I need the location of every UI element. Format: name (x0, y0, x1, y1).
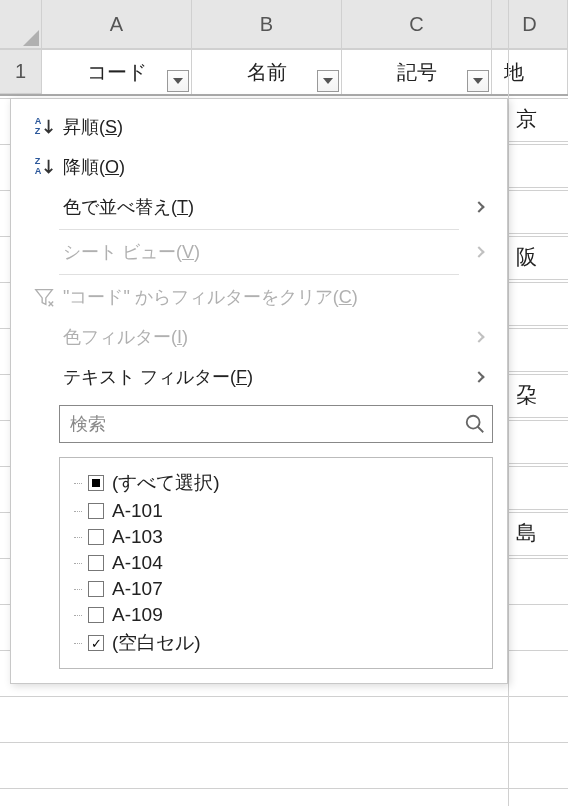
check-select-all[interactable]: (すべて選択) (70, 468, 482, 498)
sort-asc-icon: AZ (29, 116, 59, 138)
check-label: A-107 (112, 578, 163, 600)
filter-button-symbol[interactable] (467, 70, 489, 92)
header-cell-code[interactable]: コード (42, 50, 192, 94)
col-head-B[interactable]: B (192, 0, 342, 49)
check-label: (空白セル) (112, 630, 201, 656)
checkbox-checked-icon: ✓ (88, 635, 104, 651)
checkbox-indeterminate-icon (88, 475, 104, 491)
right-visible-column: 京 阪 朶 島 (508, 96, 568, 556)
col-head-D[interactable]: D (492, 0, 568, 49)
check-item[interactable]: A-103 (70, 524, 482, 550)
menu-label: 降順(O) (59, 155, 489, 179)
menu-label: 色で並べ替え(T) (59, 195, 475, 219)
cell[interactable] (508, 464, 568, 510)
col-head-A[interactable]: A (42, 0, 192, 49)
cell[interactable]: 朶 (508, 372, 568, 418)
header-cell-label: 名前 (247, 59, 287, 86)
header-cell-label: 地 (504, 59, 524, 86)
svg-text:Z: Z (35, 126, 41, 136)
check-label: A-104 (112, 552, 163, 574)
chevron-down-icon (473, 78, 483, 84)
sort-ascending-item[interactable]: AZ 昇順(S) (11, 107, 507, 147)
checkbox-unchecked-icon (88, 555, 104, 571)
cell[interactable] (508, 280, 568, 326)
select-all-corner[interactable] (0, 0, 42, 49)
cell[interactable] (508, 188, 568, 234)
cell[interactable] (508, 418, 568, 464)
checkbox-unchecked-icon (88, 503, 104, 519)
check-label: A-109 (112, 604, 163, 626)
column-header-row: A B C D (0, 0, 568, 50)
chevron-right-icon (473, 371, 484, 382)
header-row: 1 コード 名前 記号 地 (0, 50, 568, 96)
menu-label: テキスト フィルター(F) (59, 365, 475, 389)
chevron-right-icon (473, 331, 484, 342)
check-label: A-103 (112, 526, 163, 548)
chevron-right-icon (473, 246, 484, 257)
menu-label: 色フィルター(I) (59, 325, 475, 349)
header-cell-region[interactable]: 地 (492, 50, 568, 94)
svg-point-4 (467, 416, 480, 429)
separator (59, 229, 459, 230)
filter-checklist: (すべて選択) A-101 A-103 A-104 A-107 A-109 ✓ … (59, 457, 493, 669)
sort-by-color-item[interactable]: 色で並べ替え(T) (11, 187, 507, 227)
svg-text:Z: Z (35, 156, 41, 166)
header-cell-label: コード (87, 59, 147, 86)
svg-text:A: A (35, 166, 42, 176)
check-item[interactable]: A-107 (70, 576, 482, 602)
search-input[interactable] (70, 414, 464, 435)
chevron-down-icon (323, 78, 333, 84)
check-label: (すべて選択) (112, 470, 220, 496)
sort-descending-item[interactable]: ZA 降順(O) (11, 147, 507, 187)
cell[interactable]: 阪 (508, 234, 568, 280)
cell[interactable] (508, 142, 568, 188)
check-item-blank[interactable]: ✓ (空白セル) (70, 628, 482, 658)
search-icon (464, 413, 486, 435)
svg-text:A: A (35, 116, 42, 126)
color-filter-item: 色フィルター(I) (11, 317, 507, 357)
search-box[interactable] (59, 405, 493, 443)
search-row (11, 397, 507, 451)
clear-filter-item: "コード" からフィルターをクリア(C) (11, 277, 507, 317)
filter-button-code[interactable] (167, 70, 189, 92)
separator (59, 274, 459, 275)
select-all-triangle-icon (23, 30, 39, 46)
cell[interactable]: 京 (508, 96, 568, 142)
chevron-down-icon (173, 78, 183, 84)
chevron-right-icon (473, 201, 484, 212)
checkbox-unchecked-icon (88, 529, 104, 545)
clear-filter-icon (29, 286, 59, 308)
menu-label: "コード" からフィルターをクリア(C) (59, 285, 489, 309)
menu-label: 昇順(S) (59, 115, 489, 139)
check-item[interactable]: A-109 (70, 602, 482, 628)
menu-label: シート ビュー(V) (59, 240, 475, 264)
filter-dropdown: AZ 昇順(S) ZA 降順(O) 色で並べ替え(T) シート ビュー(V) "… (10, 98, 508, 684)
row-head-1[interactable]: 1 (0, 50, 42, 94)
filter-button-name[interactable] (317, 70, 339, 92)
header-cell-label: 記号 (397, 59, 437, 86)
sheet-view-item: シート ビュー(V) (11, 232, 507, 272)
header-cell-name[interactable]: 名前 (192, 50, 342, 94)
col-head-C[interactable]: C (342, 0, 492, 49)
cell[interactable] (508, 326, 568, 372)
sort-desc-icon: ZA (29, 156, 59, 178)
check-label: A-101 (112, 500, 163, 522)
cell[interactable]: 島 (508, 510, 568, 556)
check-item[interactable]: A-101 (70, 498, 482, 524)
text-filter-item[interactable]: テキスト フィルター(F) (11, 357, 507, 397)
check-item[interactable]: A-104 (70, 550, 482, 576)
header-cell-symbol[interactable]: 記号 (342, 50, 492, 94)
checkbox-unchecked-icon (88, 581, 104, 597)
checkbox-unchecked-icon (88, 607, 104, 623)
